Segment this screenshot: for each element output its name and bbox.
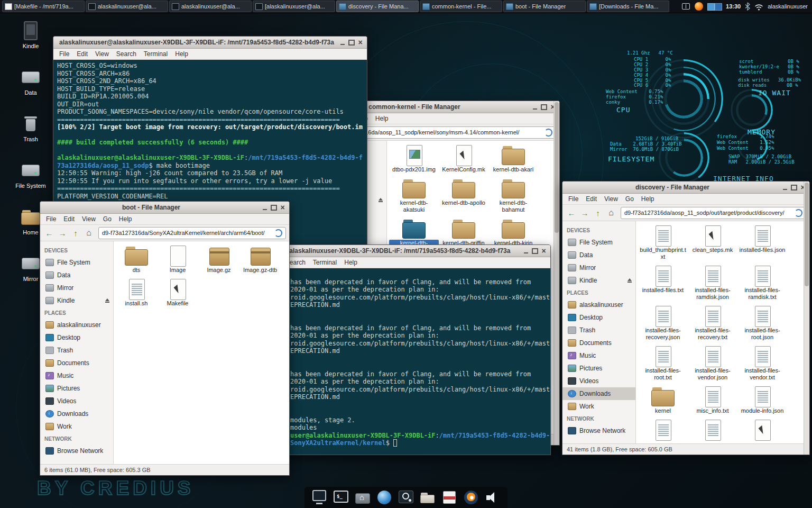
file-module-info-json[interactable]: module-info.json [737, 386, 787, 414]
titlebar[interactable]: boot - File Manager × [40, 202, 289, 214]
file-installed-files-recovery-json[interactable]: installed-files-recovery.json [638, 306, 688, 341]
minimize-button[interactable] [521, 247, 530, 255]
taskbar-button-downloads-file-ma[interactable]: [Downloads - File Ma... [587, 1, 669, 12]
sidebar-item-file-system[interactable]: File System [562, 236, 635, 249]
file-installed-files-recovery-txt[interactable]: installed-files-recovery.txt [688, 306, 737, 341]
sidebar-item-pictures[interactable]: Pictures [562, 362, 635, 375]
reload-icon[interactable] [545, 129, 552, 137]
workspace-switcher-icon[interactable] [707, 3, 722, 11]
up-button[interactable]: ↑ [592, 207, 604, 219]
sidebar-item-trash[interactable]: Trash [40, 344, 113, 357]
up-button[interactable]: ↑ [70, 227, 81, 239]
sidebar-item-kindle[interactable]: Kindle [562, 274, 635, 287]
menu-file[interactable]: File [56, 50, 73, 58]
menu-help[interactable]: Help [340, 259, 361, 266]
file-install-sh[interactable]: install.sh [116, 279, 157, 307]
menu-help[interactable]: Help [115, 215, 136, 223]
maximize-button[interactable] [530, 247, 539, 255]
taskbar-button-makefile-mnt-719a[interactable]: [Makefile - /mnt/719a... [2, 1, 85, 12]
minimize-button[interactable] [260, 203, 269, 212]
scrollbar[interactable] [553, 141, 559, 434]
back-button[interactable]: ← [43, 227, 55, 239]
dock-browser-icon[interactable] [376, 489, 393, 506]
menu-view[interactable]: View [601, 195, 622, 203]
display-settings-icon[interactable] [681, 3, 690, 10]
taskbar-button-alaskalinuxuser-ala[interactable]: alaskalinuxuser@ala... [86, 1, 168, 12]
file-image[interactable]: Image [157, 246, 198, 274]
file-installed-files-ramdisk-txt[interactable]: installed-files-ramdisk.txt [737, 266, 787, 301]
taskbar-button-boot-file-manager[interactable]: boot - File Manager [503, 1, 586, 12]
sidebar-item-data[interactable]: Data [40, 269, 113, 282]
forward-button[interactable]: → [579, 207, 590, 219]
menu-edit[interactable]: Edit [582, 195, 601, 203]
sidebar-item-kindle[interactable]: Kindle [40, 294, 113, 307]
file-kernelconfig-mk[interactable]: KernelConfig.mk [439, 145, 488, 173]
menu-view[interactable]: View [91, 50, 113, 58]
sidebar-item-downloads[interactable]: Downloads [562, 387, 635, 400]
home-button[interactable]: ⌂ [605, 207, 617, 219]
menu-help[interactable]: Help [638, 195, 658, 203]
taskbar-button-discovery-file-mana[interactable]: discovery - File Mana... [336, 1, 419, 12]
titlebar[interactable]: alaskalinuxuser@alaskalinuxuser-X9DBL-3F… [53, 37, 367, 49]
minimize-button[interactable] [530, 103, 539, 111]
maximize-button[interactable] [789, 183, 798, 192]
file-image-gz[interactable]: Image.gz [198, 246, 239, 274]
desktop-icon-kindle[interactable]: Kindle [14, 20, 48, 67]
sidebar-item-mirror[interactable]: Mirror [40, 282, 113, 294]
file-image-gz-dtb[interactable]: Image.gz-dtb [239, 246, 281, 274]
sidebar-item-work[interactable]: Work [562, 400, 635, 413]
taskbar-button-alaskalinuxuser-ala[interactable]: alaskalinuxuser@ala... [169, 1, 252, 12]
maximize-button[interactable] [539, 103, 548, 111]
menu-terminal[interactable]: Terminal [309, 259, 340, 266]
file-kernel[interactable]: kernel [638, 386, 688, 414]
close-button[interactable]: × [278, 203, 287, 212]
file-dtbo-pdx201-img[interactable]: dtbo-pdx201.img [389, 145, 439, 173]
forward-button[interactable]: → [57, 227, 68, 239]
sidebar-item-videos[interactable]: Videos [40, 395, 113, 407]
sidebar-item-downloads[interactable]: Downloads [40, 407, 113, 420]
menu-go[interactable]: Go [99, 215, 115, 223]
menu-edit[interactable]: Edit [73, 50, 91, 58]
taskbar-button-alaskalinuxuser-ala[interactable]: [alaskalinuxuser@ala... [253, 1, 335, 12]
file-manager-boot[interactable]: boot - File Manager × FileEditViewGoHelp… [40, 201, 290, 476]
scrollbar[interactable] [804, 221, 809, 443]
sidebar-item-browse-network[interactable]: Browse Network [40, 444, 113, 457]
file-kernel-dtb-akatsuki[interactable]: kernel-dtb-akatsuki [389, 178, 439, 213]
file-installed-files-ramdisk-json[interactable]: installed-files-ramdisk.json [688, 266, 737, 301]
maximize-button[interactable] [269, 203, 278, 212]
desktop-icon-trash[interactable]: Trash [14, 113, 48, 160]
sidebar-item-alaskalinuxuser[interactable]: alaskalinuxuser [40, 319, 113, 331]
desktop-icon-file-system[interactable]: File System [14, 160, 48, 206]
menu-help[interactable]: Help [171, 50, 192, 58]
firefox-icon[interactable] [695, 2, 703, 11]
sidebar-item-documents[interactable]: Documents [562, 337, 635, 349]
dock-search-icon[interactable] [398, 489, 414, 506]
sidebar-item-desktop[interactable]: Desktop [562, 311, 635, 324]
menu-view[interactable]: View [78, 215, 99, 223]
menu-go[interactable]: Go [622, 195, 638, 203]
sidebar-item-browse-network[interactable]: Browse Network [562, 424, 635, 437]
dock-files-icon[interactable] [419, 489, 436, 506]
home-button[interactable]: ⌂ [83, 227, 95, 239]
file-installed-files-root-txt[interactable]: installed-files-root.txt [638, 346, 688, 381]
sidebar-item-work[interactable]: Work [40, 420, 113, 433]
sidebar-item-trash[interactable]: Trash [562, 324, 635, 337]
file-installed-files-root-json[interactable]: installed-files-root.json [737, 306, 787, 341]
reload-icon[interactable] [795, 209, 802, 217]
file-installed-files-json[interactable]: installed-files.json [737, 225, 787, 260]
sidebar-item-music[interactable]: Music [562, 349, 635, 362]
wifi-icon[interactable] [754, 3, 763, 10]
back-button[interactable]: ← [566, 207, 577, 219]
file-item[interactable] [638, 420, 688, 441]
sidebar-item-music[interactable]: Music [40, 369, 113, 382]
close-button[interactable]: × [539, 247, 548, 255]
sidebar-item-documents[interactable]: Documents [40, 357, 113, 369]
file-installed-files-vendor-txt[interactable]: installed-files-vendor.txt [737, 346, 787, 381]
close-button[interactable]: × [356, 38, 365, 47]
titlebar[interactable]: discovery - File Manager × [562, 182, 809, 194]
eject-icon[interactable] [378, 198, 383, 202]
file-dts[interactable]: dts [116, 246, 157, 274]
file-manager-discovery[interactable]: discovery - File Manager × FileEditViewG… [562, 181, 810, 455]
file-kernel-dtb-bahamut[interactable]: kernel-dtb-bahamut [488, 178, 538, 213]
file-item[interactable] [688, 420, 737, 441]
